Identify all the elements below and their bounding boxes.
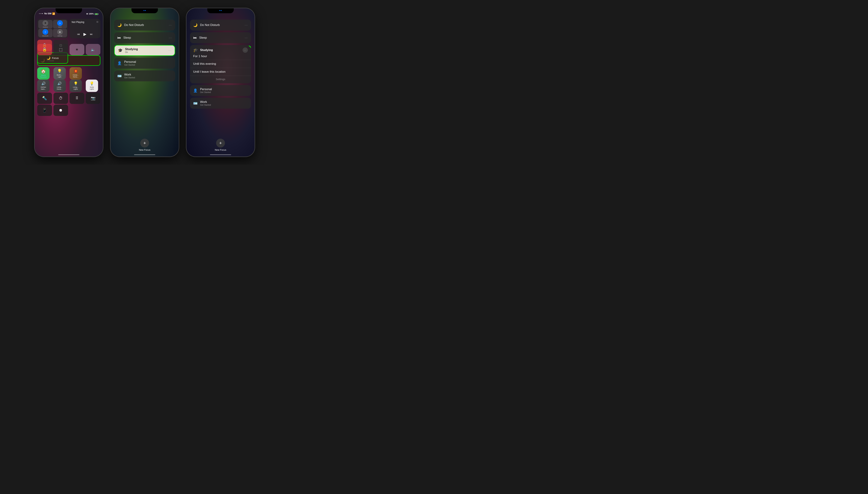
focus-expanded-menu: 🌙 Do Not Disturb ··· 🛏 Sleep ··· 🎓 Study… bbox=[187, 18, 255, 156]
settings-label: Settings bbox=[216, 78, 225, 81]
work-name: Work bbox=[124, 73, 172, 76]
personal-text-3: Personal Get Started bbox=[200, 88, 248, 94]
bluetooth-btn[interactable]: ᛒ Bluetooth bbox=[38, 29, 53, 37]
app-kitchen[interactable]: 🔊 KitchenNaim... bbox=[37, 80, 50, 92]
screen-mirror-btn2[interactable]: ⬚ bbox=[54, 44, 68, 55]
status-bar-2 bbox=[143, 10, 146, 11]
dnd-label: Do Not Disturb bbox=[124, 23, 166, 27]
dot-1 bbox=[143, 10, 144, 11]
until-evening-label: Until this evening bbox=[193, 62, 216, 65]
app-conserve[interactable]: 🏮 Conse...Home... bbox=[70, 67, 82, 80]
app-study-lights[interactable]: 💡 StudyLights bbox=[86, 80, 98, 92]
wifi-icon: ⊃ bbox=[59, 22, 61, 24]
living1-icon: 🔊 bbox=[57, 81, 62, 86]
record-icon: ⏺ bbox=[59, 108, 63, 113]
airdrop-btn[interactable]: ⊕ AirDrop bbox=[53, 29, 67, 37]
until-leave-label: Until I leave this location bbox=[193, 70, 226, 73]
sleep-label: Sleep bbox=[123, 36, 166, 39]
app-bedroom[interactable]: 💡 Bedro...Light bbox=[54, 67, 66, 80]
until-evening-option[interactable]: Until this evening bbox=[190, 60, 251, 68]
location-icon: ⊕ bbox=[86, 13, 88, 15]
sleep-item[interactable]: 🛏 Sleep ··· bbox=[114, 32, 175, 43]
dnd-icon-3: 🌙 bbox=[193, 23, 198, 27]
studying-dots-container: ··· bbox=[243, 48, 248, 53]
personal-sub-3: Get Started bbox=[200, 91, 248, 94]
focus-label: Focus bbox=[52, 57, 59, 59]
airplay-icon[interactable]: ⊡ bbox=[97, 21, 98, 23]
play-btn[interactable]: ▶ bbox=[83, 32, 86, 37]
dot-3 bbox=[219, 10, 220, 11]
study-lights-icon: 💡 bbox=[90, 81, 94, 86]
flashlight-btn[interactable]: 🔦 bbox=[37, 93, 52, 104]
brightness-icon: ☀ bbox=[75, 48, 78, 52]
home-indicator-2 bbox=[134, 154, 155, 155]
conserve-icon: 🏮 bbox=[73, 69, 78, 73]
brightness-btn[interactable]: ☀ bbox=[70, 44, 84, 55]
add-focus-btn-3[interactable]: + New Focus bbox=[190, 139, 251, 153]
studying-status: On bbox=[125, 51, 166, 54]
work-item-3[interactable]: 🪪 Work Get Started bbox=[190, 98, 251, 109]
sleep-dots-3: ··· bbox=[245, 36, 248, 39]
until-leave-option[interactable]: Until I leave this location bbox=[190, 68, 251, 76]
app-idabank[interactable]: 🏠 IdabankFavourites bbox=[37, 67, 50, 80]
airdrop-icon: ⊕ bbox=[59, 31, 61, 33]
battery-pct: 100% bbox=[89, 13, 94, 15]
studying-header-icon: 🎓 bbox=[193, 48, 198, 52]
sleep-item-3[interactable]: 🛏 Sleep ··· bbox=[190, 32, 251, 43]
dnd-dots-3: ··· bbox=[245, 24, 248, 26]
studying-expanded-card: 🎓 Studying ··· bbox=[190, 45, 251, 83]
sleep-icon: 🛏 bbox=[117, 36, 121, 40]
camera-icon: 📷 bbox=[91, 96, 95, 100]
studying-item-active[interactable]: 🎓 Studying On ··· bbox=[114, 45, 175, 56]
airplane-mode-btn[interactable]: ✈ Airplane bbox=[38, 20, 53, 28]
remote-btn[interactable]: 📱 bbox=[37, 104, 52, 116]
lock-icon2: 🔒 bbox=[42, 47, 47, 52]
studying-dots: ··· bbox=[168, 49, 172, 52]
studying-header-name: Studying bbox=[200, 48, 240, 52]
add-icon-3: + bbox=[219, 140, 222, 146]
airplane-icon: ✈ bbox=[44, 21, 46, 25]
signal-dots bbox=[39, 13, 43, 14]
add-label-3: New Focus bbox=[215, 149, 226, 151]
timer-btn[interactable]: ⏱ bbox=[54, 93, 68, 104]
work-sub: Get Started bbox=[124, 76, 172, 79]
media-player: Not Playing ⊡ ⏮ ▶ ⏭ bbox=[70, 19, 100, 38]
personal-icon-3: 👤 bbox=[193, 89, 198, 93]
personal-name-3: Personal bbox=[200, 88, 248, 91]
next-btn[interactable]: ⏭ bbox=[90, 33, 93, 36]
app-living2[interactable]: 💡 Living...Lights bbox=[70, 80, 82, 92]
studying-dots-btn[interactable]: ··· bbox=[243, 48, 248, 53]
phone-1: No SIM 📶 ⊕ 100% ⚡ bbox=[34, 8, 103, 157]
work-sub-3: Get Started bbox=[200, 104, 248, 106]
timer-icon: ⏱ bbox=[59, 96, 63, 100]
calculator-btn[interactable]: ⠿ bbox=[70, 93, 84, 104]
record-btn[interactable]: ⏺ bbox=[54, 104, 68, 116]
settings-option[interactable]: Settings bbox=[190, 76, 251, 83]
for-label: For 1 hour bbox=[193, 55, 207, 58]
work-text-3: Work Get Started bbox=[200, 100, 248, 106]
studying-name: Studying bbox=[125, 48, 166, 51]
personal-item[interactable]: 👤 Personal Get Started bbox=[114, 58, 175, 69]
work-item[interactable]: 🪪 Work Get Started bbox=[114, 70, 175, 81]
carrier-label: No SIM bbox=[44, 12, 52, 15]
add-circle-3: + bbox=[216, 139, 225, 148]
dnd-item[interactable]: 🌙 Do Not Disturb ··· bbox=[114, 20, 175, 31]
add-focus-btn[interactable]: + New Focus bbox=[114, 139, 175, 153]
dnd-name-3: Do Not Disturb bbox=[200, 23, 242, 27]
screen-lock-btn2[interactable]: 🔒 bbox=[37, 44, 52, 55]
prev-btn[interactable]: ⏮ bbox=[77, 33, 80, 36]
home-indicator-3 bbox=[210, 154, 231, 155]
bedroom-icon: 💡 bbox=[57, 69, 62, 73]
studying-header: 🎓 Studying ··· bbox=[190, 45, 251, 53]
sleep-icon-3: 🛏 bbox=[193, 36, 197, 40]
volume-btn[interactable]: 🔈 bbox=[86, 44, 100, 55]
camera-btn[interactable]: 📷 bbox=[86, 93, 100, 104]
for-1-hour-option[interactable]: For 1 hour bbox=[190, 53, 251, 60]
flashlight-icon: 🔦 bbox=[42, 96, 47, 100]
app-living1[interactable]: 🔊 Living...Home... bbox=[54, 80, 66, 92]
wifi-toggle-btn[interactable]: ⊃ Wi-Fi bbox=[53, 20, 67, 28]
personal-name: Personal bbox=[124, 60, 172, 64]
dot-2 bbox=[145, 10, 146, 11]
personal-item-3[interactable]: 👤 Personal Get Started bbox=[190, 85, 251, 96]
dnd-item-3[interactable]: 🌙 Do Not Disturb ··· bbox=[190, 20, 251, 31]
